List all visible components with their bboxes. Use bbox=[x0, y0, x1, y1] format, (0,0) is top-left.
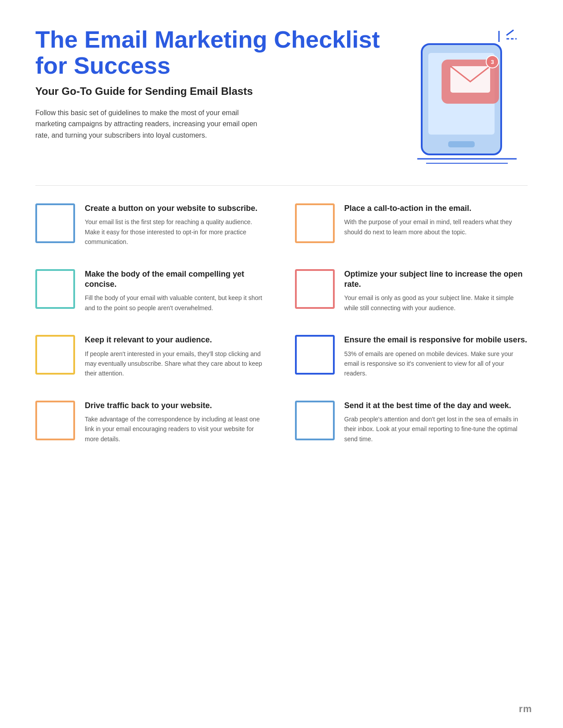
subtitle: Your Go-To Guide for Sending Email Blast… bbox=[35, 85, 386, 98]
checklist-desc-8: Grab people's attention and don't get lo… bbox=[344, 414, 528, 444]
checklist-item-1: Create a button on your website to subsc… bbox=[35, 203, 268, 247]
checklist-content-4: Optimize your subject line to increase t… bbox=[344, 269, 528, 313]
intro-text: Follow this basic set of guidelines to m… bbox=[35, 107, 265, 141]
checklist-item-6: Ensure the email is responsive for mobil… bbox=[295, 335, 528, 379]
checklist-item-3: Make the body of the email compelling ye… bbox=[35, 269, 268, 313]
footer-watermark: rm bbox=[519, 703, 532, 715]
checklist-desc-4: Your email is only as good as your subje… bbox=[344, 293, 528, 313]
svg-rect-5 bbox=[448, 141, 475, 147]
checklist-box-3 bbox=[35, 269, 75, 309]
checklist-item-4: Optimize your subject line to increase t… bbox=[295, 269, 528, 313]
checklist-desc-6: 53% of emails are opened on mobile devic… bbox=[344, 349, 528, 379]
checklist-grid: Create a button on your website to subsc… bbox=[35, 203, 528, 444]
checklist-title-3: Make the body of the email compelling ye… bbox=[85, 269, 268, 290]
checklist-desc-1: Your email list is the first step for re… bbox=[85, 217, 268, 247]
checklist-title-7: Drive traffic back to your website. bbox=[85, 401, 268, 411]
checklist-title-1: Create a button on your website to subsc… bbox=[85, 203, 268, 214]
checklist-box-2 bbox=[295, 203, 335, 243]
checklist-box-8 bbox=[295, 401, 335, 440]
checklist-desc-3: Fill the body of your email with valuabl… bbox=[85, 293, 268, 313]
checklist-desc-5: If people aren't interested in your emai… bbox=[85, 349, 268, 379]
checklist-item-7: Drive traffic back to your website. Take… bbox=[35, 401, 268, 444]
checklist-item-5: Keep it relevant to your audience. If pe… bbox=[35, 335, 268, 379]
checklist-content-7: Drive traffic back to your website. Take… bbox=[85, 401, 268, 444]
checklist-item-8: Send it at the best time of the day and … bbox=[295, 401, 528, 444]
checklist-item-2: Place a call-to-action in the email. Wit… bbox=[295, 203, 528, 247]
page-container: The Email Marketing Checklist for Succes… bbox=[0, 0, 563, 728]
checklist-content-8: Send it at the best time of the day and … bbox=[344, 401, 528, 444]
checklist-box-1 bbox=[35, 203, 75, 243]
checklist-box-5 bbox=[35, 335, 75, 375]
checklist-desc-7: Take advantage of the correspondence by … bbox=[85, 414, 268, 444]
main-title: The Email Marketing Checklist for Succes… bbox=[35, 26, 386, 79]
checklist-title-6: Ensure the email is responsive for mobil… bbox=[344, 335, 528, 345]
svg-text:3: 3 bbox=[491, 59, 494, 65]
checklist-title-4: Optimize your subject line to increase t… bbox=[344, 269, 528, 290]
checklist-box-7 bbox=[35, 401, 75, 440]
checklist-content-1: Create a button on your website to subsc… bbox=[85, 203, 268, 247]
checklist-title-2: Place a call-to-action in the email. bbox=[344, 203, 528, 214]
header-section: The Email Marketing Checklist for Succes… bbox=[35, 26, 528, 168]
checklist-content-2: Place a call-to-action in the email. Wit… bbox=[344, 203, 528, 237]
checklist-title-8: Send it at the best time of the day and … bbox=[344, 401, 528, 411]
phone-illustration: 3 bbox=[404, 26, 528, 168]
header-text: The Email Marketing Checklist for Succes… bbox=[35, 26, 404, 141]
checklist-content-5: Keep it relevant to your audience. If pe… bbox=[85, 335, 268, 379]
checklist-box-6 bbox=[295, 335, 335, 375]
svg-line-1 bbox=[506, 30, 514, 35]
checklist-title-5: Keep it relevant to your audience. bbox=[85, 335, 268, 345]
checklist-box-4 bbox=[295, 269, 335, 309]
checklist-content-6: Ensure the email is responsive for mobil… bbox=[344, 335, 528, 379]
checklist-desc-2: With the purpose of your email in mind, … bbox=[344, 217, 528, 237]
section-divider bbox=[35, 185, 528, 186]
checklist-content-3: Make the body of the email compelling ye… bbox=[85, 269, 268, 313]
